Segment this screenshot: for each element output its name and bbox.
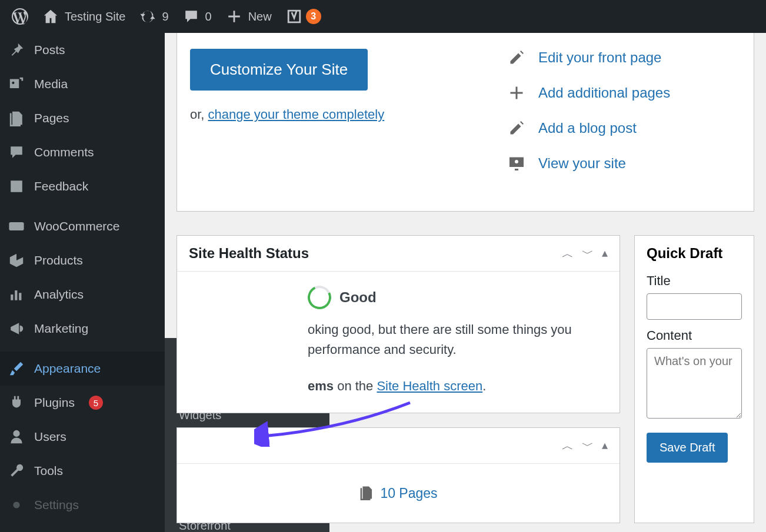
toggle-icon[interactable]: ▴ bbox=[602, 246, 608, 262]
refresh-icon bbox=[139, 8, 156, 25]
new-content[interactable]: New bbox=[219, 0, 279, 33]
site-health-title: Site Health Status bbox=[189, 245, 309, 262]
edit-icon bbox=[508, 119, 525, 137]
page-icon bbox=[359, 485, 374, 500]
health-status-label: Good bbox=[339, 289, 377, 306]
menu-label: Posts bbox=[34, 43, 65, 57]
menu-label: Products bbox=[34, 253, 83, 267]
ql-add-pages: Add additional pages bbox=[508, 84, 741, 102]
menu-label: Appearance bbox=[34, 362, 101, 376]
updates[interactable]: 9 bbox=[132, 0, 175, 33]
menu-label: Marketing bbox=[34, 322, 88, 336]
wrench-icon bbox=[8, 463, 25, 479]
sidebar-item-users[interactable]: Users bbox=[0, 420, 165, 454]
health-text-2: performance and security. bbox=[308, 342, 457, 357]
admin-sidebar: Posts Media Pages Comments Feedback WooC… bbox=[0, 33, 165, 532]
admin-bar: Testing Site 9 0 New 3 bbox=[0, 0, 766, 33]
user-icon bbox=[8, 429, 25, 445]
items-word: ems bbox=[308, 379, 334, 393]
quick-draft-title: Quick Draft bbox=[647, 245, 742, 262]
move-down-icon[interactable]: ﹀ bbox=[582, 246, 594, 262]
sidebar-item-settings[interactable]: Settings bbox=[0, 488, 165, 522]
sidebar-item-appearance[interactable]: Appearance bbox=[0, 352, 165, 386]
title-label: Title bbox=[647, 273, 742, 289]
megaphone-icon bbox=[8, 320, 25, 337]
sidebar-item-woocommerce[interactable]: WooCommerce bbox=[0, 209, 165, 243]
sidebar-item-analytics[interactable]: Analytics bbox=[0, 277, 165, 312]
change-theme-link[interactable]: change your theme completely bbox=[208, 107, 385, 122]
menu-label: Settings bbox=[34, 498, 79, 512]
plus-icon bbox=[226, 8, 242, 25]
sidebar-item-feedback[interactable]: Feedback bbox=[0, 169, 165, 203]
box-icon bbox=[8, 252, 25, 269]
pin-icon bbox=[8, 42, 25, 58]
page-icon bbox=[8, 110, 25, 126]
add-blog-link[interactable]: Add a blog post bbox=[538, 120, 637, 136]
plus-icon bbox=[508, 84, 525, 102]
chart-icon bbox=[8, 286, 25, 303]
new-label: New bbox=[248, 10, 272, 24]
draft-content-textarea[interactable] bbox=[647, 348, 742, 419]
site-health-card: Site Health Status ︿ ﹀ ▴ Good oking good… bbox=[176, 235, 620, 413]
svg-rect-0 bbox=[9, 222, 24, 230]
home-icon bbox=[42, 8, 59, 25]
menu-label: Feedback bbox=[34, 179, 88, 193]
save-draft-button[interactable]: Save Draft bbox=[647, 433, 728, 463]
yoast-count-badge: 3 bbox=[306, 9, 321, 24]
welcome-quicklinks: Edit your front page Add additional page… bbox=[508, 49, 741, 190]
sidebar-item-plugins[interactable]: Plugins 5 bbox=[0, 386, 165, 420]
menu-label: Analytics bbox=[34, 287, 84, 302]
on-the: on the bbox=[334, 379, 377, 393]
view-site-link[interactable]: View your site bbox=[538, 155, 626, 172]
comment-icon bbox=[183, 8, 199, 25]
edit-front-link[interactable]: Edit your front page bbox=[538, 49, 661, 66]
period: . bbox=[482, 379, 486, 393]
wp-logo[interactable] bbox=[5, 0, 35, 33]
main-content: Customize Your Site or, change your them… bbox=[165, 33, 766, 532]
change-theme-line: or, change your theme completely bbox=[190, 107, 508, 122]
welcome-panel: Customize Your Site or, change your them… bbox=[176, 33, 754, 212]
customize-site-button[interactable]: Customize Your Site bbox=[190, 49, 368, 91]
comment-icon bbox=[8, 144, 25, 160]
move-up-icon[interactable]: ︿ bbox=[562, 246, 574, 262]
menu-label: Pages bbox=[34, 111, 69, 125]
sidebar-item-marketing[interactable]: Marketing bbox=[0, 312, 165, 346]
at-a-glance-card: . ︿ ﹀ ▴ 10 Pages bbox=[176, 427, 620, 523]
sidebar-item-media[interactable]: Media bbox=[0, 67, 165, 101]
edit-icon bbox=[508, 49, 525, 66]
gear-icon bbox=[8, 497, 25, 513]
site-name-label: Testing Site bbox=[65, 10, 125, 24]
menu-label: Comments bbox=[34, 145, 94, 159]
add-pages-link[interactable]: Add additional pages bbox=[538, 85, 670, 101]
sidebar-item-tools[interactable]: Tools bbox=[0, 454, 165, 488]
quick-draft-card: Quick Draft Title Content Save Draft bbox=[634, 235, 754, 523]
plug-icon bbox=[8, 394, 25, 411]
comments[interactable]: 0 bbox=[176, 0, 219, 33]
wordpress-icon bbox=[12, 8, 28, 25]
yoast-menu[interactable]: 3 bbox=[279, 0, 328, 33]
sidebar-item-pages[interactable]: Pages bbox=[0, 101, 165, 135]
move-down-icon[interactable]: ﹀ bbox=[582, 438, 594, 454]
ql-edit-front: Edit your front page bbox=[508, 49, 741, 66]
menu-label: Tools bbox=[34, 464, 63, 478]
menu-label: Users bbox=[34, 430, 66, 444]
sidebar-item-comments[interactable]: Comments bbox=[0, 135, 165, 169]
move-up-icon[interactable]: ︿ bbox=[562, 438, 574, 454]
monitor-icon bbox=[508, 155, 525, 172]
site-home[interactable]: Testing Site bbox=[35, 0, 132, 33]
pages-count-link[interactable]: 10 Pages bbox=[380, 486, 437, 501]
site-health-screen-link[interactable]: Site Health screen bbox=[377, 379, 482, 393]
sidebar-item-posts[interactable]: Posts bbox=[0, 33, 165, 67]
form-icon bbox=[8, 178, 25, 195]
menu-label: Plugins bbox=[34, 396, 75, 410]
draft-title-input[interactable] bbox=[647, 293, 742, 320]
health-indicator-icon bbox=[304, 282, 334, 312]
toggle-icon[interactable]: ▴ bbox=[602, 438, 608, 454]
or-prefix: or, bbox=[190, 107, 208, 122]
comments-count: 0 bbox=[205, 10, 212, 24]
content-label: Content bbox=[647, 328, 742, 343]
updates-count: 9 bbox=[162, 10, 168, 24]
brush-icon bbox=[8, 360, 25, 377]
sidebar-item-products[interactable]: Products bbox=[0, 243, 165, 277]
card-controls: ︿ ﹀ ▴ bbox=[562, 438, 608, 454]
